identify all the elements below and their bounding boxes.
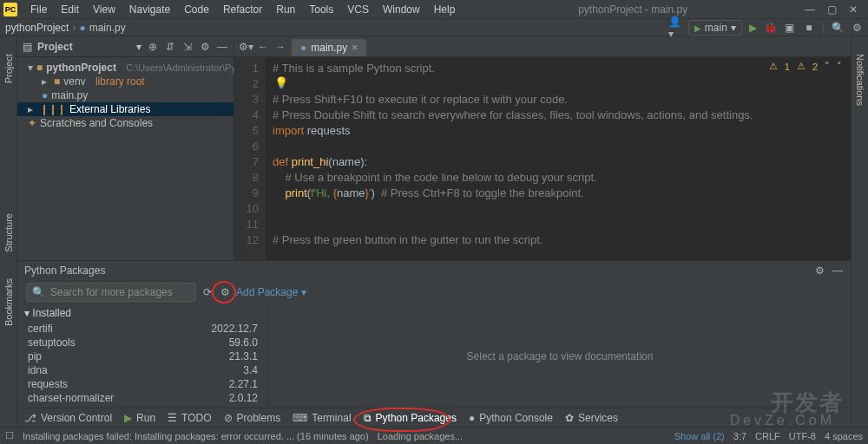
tab-python-packages[interactable]: ⧉Python Packages [364,412,457,424]
installed-group[interactable]: ▾ Installed [17,304,268,322]
package-list[interactable]: ▾ Installed certifi2022.12.7setuptools59… [17,304,269,408]
collapse-all-icon[interactable]: ⇲ [181,41,194,53]
minimize-icon[interactable]: — [805,3,815,16]
python-file-icon: ● [300,42,306,54]
status-bar: ☐ Installing packages failed: Installing… [0,427,868,444]
package-row[interactable]: certifi2022.12.7 [17,322,268,336]
status-message[interactable]: Installing packages failed: Installing p… [23,431,369,441]
status-caret-pos[interactable]: 3:7 [733,431,746,441]
python-packages-title: Python Packages [24,264,105,277]
chevron-down-icon[interactable]: ▾ [136,41,141,53]
menu-tools[interactable]: Tools [303,2,339,17]
tab-version-control[interactable]: ⎇Version Control [24,412,112,424]
stop-button[interactable]: ■ [803,22,815,34]
menu-help[interactable]: Help [428,2,462,17]
add-package-link[interactable]: Add Package ▾ [236,286,306,298]
editor-forward-icon[interactable]: → [274,41,286,53]
status-encoding[interactable]: UTF-8 [789,431,816,441]
run-config-icon [694,22,701,34]
project-tool-window: ▤ Project ▾ ⊕ ⇵ ⇲ ⚙ — ▾■ pythonProject C… [17,36,234,260]
tab-todo[interactable]: ☰TODO [168,412,211,424]
crumb-project[interactable]: pythonProject [5,22,69,34]
settings-icon[interactable]: ⚙ [851,22,863,34]
status-icon[interactable]: ☐ [5,430,14,441]
tab-python-console[interactable]: ●Python Console [469,412,553,424]
status-loading: Loading packages... [378,431,463,441]
intention-bulb-icon[interactable]: 💡 [274,76,288,89]
tool-structure-tab[interactable]: Structure [3,213,14,252]
maximize-icon[interactable]: ▢ [827,3,837,16]
menu-window[interactable]: Window [377,2,426,17]
status-show-all[interactable]: Show all (2) [674,431,725,441]
package-row[interactable]: idna3.4 [17,363,268,377]
tab-terminal[interactable]: ⌨Terminal [293,412,351,424]
services-icon: ✿ [565,412,574,424]
select-opened-file-icon[interactable]: ⊕ [147,41,159,53]
search-icon: 🔍 [32,286,45,298]
warning-icon: ⚠ [769,61,778,72]
reload-icon[interactable]: ⟳ [201,286,214,298]
package-row[interactable]: pip21.3.1 [17,349,268,363]
terminal-icon: ⌨ [293,412,307,424]
search-everywhere-icon[interactable]: 🔍 [832,22,844,34]
package-row[interactable]: requests2.27.1 [17,377,268,391]
tab-services[interactable]: ✿Services [565,412,618,424]
editor-tab-mainpy[interactable]: ● main.py × [292,39,366,56]
gear-icon[interactable]: ⚙ [199,41,211,53]
close-tab-icon[interactable]: × [352,42,358,54]
expand-all-icon[interactable]: ⇵ [164,41,176,53]
tree-mainpy[interactable]: ● main.py [17,88,233,102]
chevron-up-icon[interactable]: ˄ [825,61,830,72]
run-config-selector[interactable]: main ▾ [688,20,742,36]
menu-navigate[interactable]: Navigate [123,2,176,17]
line-number-gutter: 123456789101112 [234,57,266,260]
status-line-sep[interactable]: CRLF [755,431,780,441]
packages-icon: ⧉ [364,412,372,424]
chevron-down-icon[interactable]: ˅ [837,61,842,72]
menu-file[interactable]: File [24,2,53,17]
tab-problems[interactable]: ⊘Problems [224,412,281,424]
editor-back-icon[interactable]: ← [257,41,269,53]
debug-button[interactable]: 🐞 [764,22,777,34]
app-icon: PC [3,3,17,16]
weak-warning-icon: ⚠ [797,61,806,72]
navigation-bar: pythonProject › ● main.py 👤▾ main ▾ ▶ 🐞 … [0,19,868,36]
menu-run[interactable]: Run [270,2,301,17]
chevron-down-icon: ▾ [731,22,736,34]
package-doc-placeholder: Select a package to view documentation [269,304,851,408]
tree-project-root[interactable]: ▾■ pythonProject C:\Users\Administrator\… [17,61,233,75]
gear-icon[interactable]: ⚙ [813,264,825,277]
close-icon[interactable]: ✕ [849,3,858,16]
project-title: Project [37,41,131,53]
user-icon[interactable]: 👤▾ [669,22,681,34]
hide-icon[interactable]: — [832,264,844,277]
menu-view[interactable]: View [87,2,122,17]
editor-tool-gear-icon[interactable]: ⚙▾ [240,41,252,53]
chevron-right-icon: › [72,22,76,34]
menu-refactor[interactable]: Refactor [217,2,268,17]
package-search-input[interactable]: 🔍 Search for more packages [26,283,196,302]
menu-vcs[interactable]: VCS [341,2,375,17]
tool-project-tab[interactable]: Project [3,54,14,83]
crumb-file[interactable]: main.py [89,22,126,34]
tree-scratches[interactable]: ✦ Scratches and Consoles [17,116,233,130]
package-row[interactable]: charset-normalizer2.0.12 [17,391,268,405]
run-icon: ▶ [124,412,132,424]
menu-edit[interactable]: Edit [55,2,85,17]
inspection-widget[interactable]: ⚠1 ⚠2 ˄ ˅ [769,61,842,72]
coverage-button[interactable]: ▣ [784,22,796,34]
tab-run[interactable]: ▶Run [124,412,155,424]
bottom-tool-tabs: ⎇Version Control ▶Run ☰TODO ⊘Problems ⌨T… [17,408,851,427]
status-indent[interactable]: 4 spaces [825,431,863,441]
tree-external-libraries[interactable]: ▸❙❙❙ External Libraries [17,102,233,116]
code-editor[interactable]: 123456789101112 # This is a sample Pytho… [234,57,851,260]
hide-icon[interactable]: — [216,41,228,53]
tool-bookmarks-tab[interactable]: Bookmarks [3,278,14,326]
menu-bar: PC File Edit View Navigate Code Refactor… [0,0,868,19]
package-row[interactable]: setuptools59.6.0 [17,336,268,349]
run-button[interactable]: ▶ [749,22,757,34]
package-settings-icon[interactable]: ⚙ [219,286,231,298]
tree-venv[interactable]: ▸■ venv library root [17,75,233,88]
tool-notifications-tab[interactable]: Notifications [855,54,865,427]
menu-code[interactable]: Code [178,2,215,17]
